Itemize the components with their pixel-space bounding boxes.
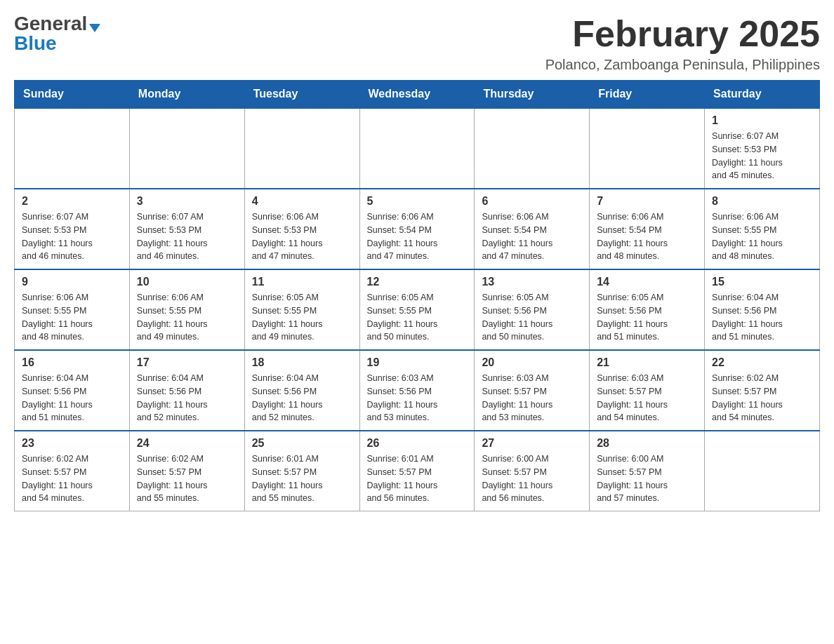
day-info: Sunrise: 6:05 AM Sunset: 5:56 PM Dayligh… — [597, 291, 697, 344]
calendar-cell: 6Sunrise: 6:06 AM Sunset: 5:54 PM Daylig… — [475, 189, 590, 269]
day-number: 4 — [252, 195, 352, 208]
calendar-cell: 28Sunrise: 6:00 AM Sunset: 5:57 PM Dayli… — [590, 431, 705, 511]
day-info: Sunrise: 6:02 AM Sunset: 5:57 PM Dayligh… — [22, 452, 122, 505]
week-row-1: 1Sunrise: 6:07 AM Sunset: 5:53 PM Daylig… — [15, 108, 820, 189]
calendar-cell: 27Sunrise: 6:00 AM Sunset: 5:57 PM Dayli… — [475, 431, 590, 511]
day-info: Sunrise: 6:06 AM Sunset: 5:55 PM Dayligh… — [712, 210, 812, 263]
day-number: 25 — [252, 437, 352, 450]
day-info: Sunrise: 6:06 AM Sunset: 5:54 PM Dayligh… — [367, 210, 468, 263]
day-number: 22 — [712, 356, 812, 369]
day-number: 27 — [482, 437, 582, 450]
week-row-3: 9Sunrise: 6:06 AM Sunset: 5:55 PM Daylig… — [15, 269, 820, 350]
calendar-cell: 16Sunrise: 6:04 AM Sunset: 5:56 PM Dayli… — [15, 350, 130, 431]
day-info: Sunrise: 6:04 AM Sunset: 5:56 PM Dayligh… — [137, 372, 237, 424]
day-info: Sunrise: 6:03 AM Sunset: 5:57 PM Dayligh… — [482, 372, 582, 424]
day-number: 6 — [482, 195, 582, 208]
calendar-cell: 1Sunrise: 6:07 AM Sunset: 5:53 PM Daylig… — [705, 108, 820, 189]
day-info: Sunrise: 6:06 AM Sunset: 5:55 PM Dayligh… — [22, 291, 122, 344]
calendar-table: Sunday Monday Tuesday Wednesday Thursday… — [14, 80, 820, 511]
day-info: Sunrise: 6:06 AM Sunset: 5:54 PM Dayligh… — [597, 210, 697, 263]
page-header: General Blue February 2025 Polanco, Zamb… — [14, 14, 820, 73]
day-info: Sunrise: 6:00 AM Sunset: 5:57 PM Dayligh… — [597, 452, 697, 505]
calendar-cell: 22Sunrise: 6:02 AM Sunset: 5:57 PM Dayli… — [705, 350, 820, 431]
day-info: Sunrise: 6:07 AM Sunset: 5:53 PM Dayligh… — [137, 210, 237, 263]
day-number: 13 — [482, 276, 582, 288]
day-info: Sunrise: 6:06 AM Sunset: 5:55 PM Dayligh… — [137, 291, 237, 344]
day-number: 10 — [137, 276, 237, 288]
calendar-cell: 23Sunrise: 6:02 AM Sunset: 5:57 PM Dayli… — [15, 431, 130, 511]
location-title: Polanco, Zamboanga Peninsula, Philippine… — [545, 57, 820, 73]
day-info: Sunrise: 6:02 AM Sunset: 5:57 PM Dayligh… — [712, 372, 812, 424]
calendar-cell: 21Sunrise: 6:03 AM Sunset: 5:57 PM Dayli… — [590, 350, 705, 431]
calendar-cell: 24Sunrise: 6:02 AM Sunset: 5:57 PM Dayli… — [129, 431, 244, 511]
day-info: Sunrise: 6:04 AM Sunset: 5:56 PM Dayligh… — [252, 372, 352, 424]
calendar-cell: 2Sunrise: 6:07 AM Sunset: 5:53 PM Daylig… — [15, 189, 130, 269]
day-number: 24 — [137, 437, 237, 450]
day-number: 14 — [597, 276, 697, 288]
day-info: Sunrise: 6:04 AM Sunset: 5:56 PM Dayligh… — [712, 291, 812, 344]
day-number: 15 — [712, 276, 812, 288]
day-number: 17 — [137, 356, 237, 369]
calendar-cell: 20Sunrise: 6:03 AM Sunset: 5:57 PM Dayli… — [475, 350, 590, 431]
day-number: 11 — [252, 276, 352, 288]
logo-line1: General — [14, 14, 100, 34]
col-friday: Friday — [590, 81, 705, 109]
day-info: Sunrise: 6:00 AM Sunset: 5:57 PM Dayligh… — [482, 452, 582, 505]
calendar-cell: 4Sunrise: 6:06 AM Sunset: 5:53 PM Daylig… — [244, 189, 359, 269]
day-info: Sunrise: 6:06 AM Sunset: 5:54 PM Dayligh… — [482, 210, 582, 263]
day-info: Sunrise: 6:03 AM Sunset: 5:57 PM Dayligh… — [597, 372, 697, 424]
calendar-cell: 11Sunrise: 6:05 AM Sunset: 5:55 PM Dayli… — [244, 269, 359, 350]
col-monday: Monday — [129, 81, 244, 109]
month-title: February 2025 — [545, 14, 820, 54]
day-number: 9 — [22, 276, 122, 288]
calendar-cell: 10Sunrise: 6:06 AM Sunset: 5:55 PM Dayli… — [129, 269, 244, 350]
day-info: Sunrise: 6:04 AM Sunset: 5:56 PM Dayligh… — [22, 372, 122, 424]
calendar-cell: 18Sunrise: 6:04 AM Sunset: 5:56 PM Dayli… — [244, 350, 359, 431]
day-info: Sunrise: 6:05 AM Sunset: 5:55 PM Dayligh… — [252, 291, 352, 344]
day-number: 5 — [367, 195, 468, 208]
day-info: Sunrise: 6:06 AM Sunset: 5:53 PM Dayligh… — [252, 210, 352, 263]
calendar-cell — [244, 108, 359, 189]
day-info: Sunrise: 6:01 AM Sunset: 5:57 PM Dayligh… — [252, 452, 352, 505]
calendar-cell: 5Sunrise: 6:06 AM Sunset: 5:54 PM Daylig… — [359, 189, 475, 269]
logo: General Blue — [14, 14, 100, 53]
day-info: Sunrise: 6:07 AM Sunset: 5:53 PM Dayligh… — [22, 210, 122, 263]
day-info: Sunrise: 6:03 AM Sunset: 5:56 PM Dayligh… — [367, 372, 468, 424]
day-number: 12 — [367, 276, 468, 288]
calendar-cell: 14Sunrise: 6:05 AM Sunset: 5:56 PM Dayli… — [590, 269, 705, 350]
week-row-2: 2Sunrise: 6:07 AM Sunset: 5:53 PM Daylig… — [15, 189, 820, 269]
calendar-cell: 26Sunrise: 6:01 AM Sunset: 5:57 PM Dayli… — [359, 431, 475, 511]
col-tuesday: Tuesday — [244, 81, 359, 109]
day-number: 21 — [597, 356, 697, 369]
week-row-4: 16Sunrise: 6:04 AM Sunset: 5:56 PM Dayli… — [15, 350, 820, 431]
day-number: 23 — [22, 437, 122, 450]
day-number: 28 — [597, 437, 697, 450]
day-number: 19 — [367, 356, 468, 369]
week-row-5: 23Sunrise: 6:02 AM Sunset: 5:57 PM Dayli… — [15, 431, 820, 511]
calendar-cell — [15, 108, 130, 189]
calendar-cell — [475, 108, 590, 189]
day-info: Sunrise: 6:05 AM Sunset: 5:55 PM Dayligh… — [367, 291, 468, 344]
day-number: 18 — [252, 356, 352, 369]
day-info: Sunrise: 6:05 AM Sunset: 5:56 PM Dayligh… — [482, 291, 582, 344]
calendar-cell: 25Sunrise: 6:01 AM Sunset: 5:57 PM Dayli… — [244, 431, 359, 511]
calendar-cell: 9Sunrise: 6:06 AM Sunset: 5:55 PM Daylig… — [15, 269, 130, 350]
day-number: 3 — [137, 195, 237, 208]
logo-triangle-icon — [89, 24, 100, 32]
calendar-header-row: Sunday Monday Tuesday Wednesday Thursday… — [15, 81, 820, 109]
calendar-cell: 12Sunrise: 6:05 AM Sunset: 5:55 PM Dayli… — [359, 269, 475, 350]
title-block: February 2025 Polanco, Zamboanga Peninsu… — [545, 14, 820, 73]
calendar-cell — [590, 108, 705, 189]
calendar-cell: 15Sunrise: 6:04 AM Sunset: 5:56 PM Dayli… — [705, 269, 820, 350]
calendar-cell — [129, 108, 244, 189]
day-info: Sunrise: 6:02 AM Sunset: 5:57 PM Dayligh… — [137, 452, 237, 505]
day-number: 20 — [482, 356, 582, 369]
calendar-cell — [359, 108, 475, 189]
col-thursday: Thursday — [475, 81, 590, 109]
calendar-cell: 3Sunrise: 6:07 AM Sunset: 5:53 PM Daylig… — [129, 189, 244, 269]
day-number: 2 — [22, 195, 122, 208]
col-wednesday: Wednesday — [359, 81, 475, 109]
logo-line2: Blue — [14, 34, 57, 53]
day-info: Sunrise: 6:07 AM Sunset: 5:53 PM Dayligh… — [712, 130, 812, 182]
calendar-cell: 17Sunrise: 6:04 AM Sunset: 5:56 PM Dayli… — [129, 350, 244, 431]
